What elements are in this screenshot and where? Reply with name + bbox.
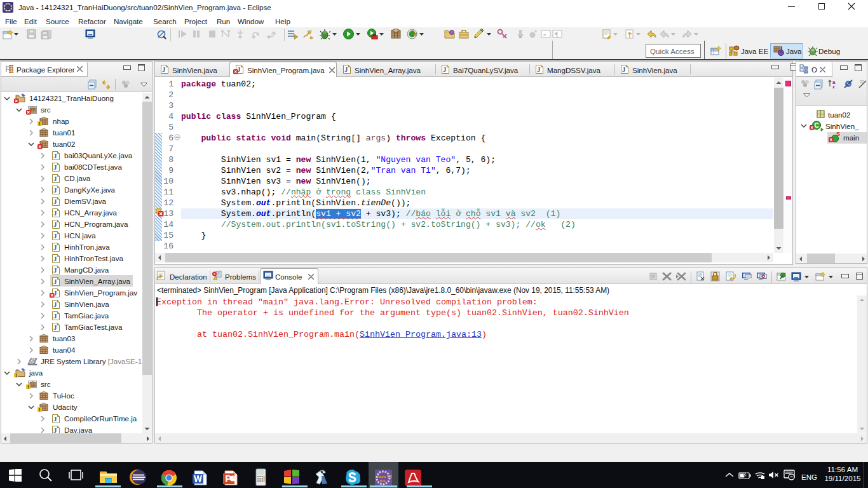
svg-text:C: C <box>815 122 819 129</box>
svg-text:z: z <box>832 84 835 90</box>
svg-text:a: a <box>543 31 546 37</box>
svg-text:¶: ¶ <box>555 31 559 38</box>
svg-text:Java EE: Java EE <box>377 474 393 478</box>
svg-text:IDE: IDE <box>380 478 386 483</box>
